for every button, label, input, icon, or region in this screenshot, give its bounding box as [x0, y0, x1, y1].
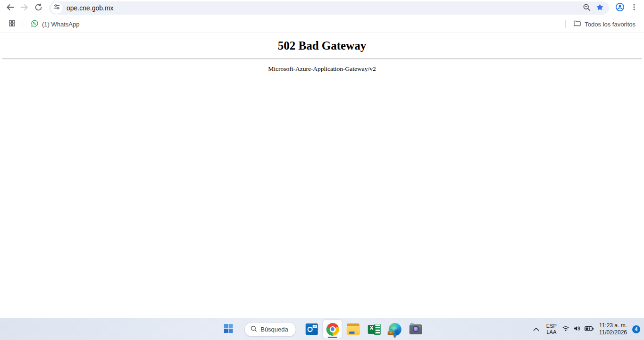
camera-icon — [409, 324, 422, 334]
chrome-active-indicator — [328, 337, 337, 338]
edge-running-indicator — [393, 336, 396, 338]
favorites-separator — [565, 20, 566, 28]
zoom-out-page-button[interactable] — [580, 1, 593, 15]
windows-logo-icon — [224, 324, 233, 335]
language-indicator[interactable]: ESP LAA — [546, 323, 557, 335]
outlook-icon — [306, 323, 318, 335]
bookmarks-separator — [23, 20, 23, 28]
profile-button[interactable] — [613, 1, 627, 15]
profile-avatar-icon — [615, 2, 625, 14]
folder-icon — [573, 19, 581, 29]
taskbar-camera[interactable] — [406, 320, 425, 339]
clock-date: 11/02/2026 — [599, 329, 627, 336]
error-heading: 502 Bad Gateway — [0, 39, 644, 52]
site-info-button[interactable] — [51, 2, 62, 14]
start-button[interactable] — [219, 320, 238, 339]
tray-overflow-button[interactable] — [531, 323, 541, 335]
clock[interactable]: 11:23 a. m. 11/02/2026 — [599, 322, 627, 336]
windows-taskbar: Búsqueda — [0, 318, 644, 340]
star-filled-icon — [596, 3, 604, 13]
taskbar-excel[interactable] — [365, 320, 384, 339]
browser-toolbar: ope.cne.gob.mx — [0, 0, 644, 16]
all-favorites-label: Todos los favoritos — [585, 21, 636, 28]
excel-icon — [368, 323, 380, 335]
error-divider — [2, 59, 642, 60]
url-text[interactable]: ope.cne.gob.mx — [67, 4, 580, 12]
bookmark-whatsapp-label: (1) WhatsApp — [42, 21, 79, 28]
taskbar-search-box[interactable]: Búsqueda — [244, 322, 296, 337]
all-favorites-button[interactable]: Todos los favoritos — [570, 17, 638, 31]
taskbar-edge[interactable] — [385, 320, 404, 339]
volume-icon — [573, 325, 581, 333]
chevron-up-icon — [533, 325, 539, 333]
taskbar-center-icons: Búsqueda — [219, 318, 425, 340]
forward-arrow-icon — [20, 3, 28, 13]
taskbar-outlook[interactable] — [302, 320, 321, 339]
language-line1: ESP — [546, 323, 557, 329]
server-signature: Microsoft-Azure-Application-Gateway/v2 — [0, 65, 644, 73]
tune-icon — [53, 3, 60, 12]
browser-menu-button[interactable] — [627, 1, 641, 15]
address-bar[interactable]: ope.cne.gob.mx — [49, 1, 609, 15]
back-arrow-icon — [6, 3, 14, 13]
bookmark-whatsapp[interactable]: (1) WhatsApp — [28, 17, 82, 31]
error-page: 502 Bad Gateway Microsoft-Azure-Applicat… — [0, 33, 644, 317]
edge-icon — [388, 323, 401, 336]
three-dots-icon — [630, 3, 638, 12]
notification-badge[interactable]: 4 — [632, 325, 640, 333]
clock-time: 11:23 a. m. — [599, 322, 627, 329]
forward-button[interactable] — [17, 1, 31, 15]
taskbar-system-tray: ESP LAA — [531, 318, 640, 340]
search-icon — [250, 325, 257, 333]
language-line2: LAA — [546, 329, 557, 335]
chrome-icon — [326, 323, 339, 336]
zoom-magnifier-icon — [583, 3, 591, 13]
reload-icon — [34, 3, 42, 13]
battery-icon — [585, 325, 594, 333]
apps-grid-button[interactable] — [6, 18, 18, 30]
bookmark-star-button[interactable] — [593, 1, 606, 15]
wifi-icon — [562, 325, 569, 333]
tray-status-icons[interactable] — [562, 325, 594, 333]
taskbar-file-explorer[interactable] — [344, 320, 363, 339]
back-button[interactable] — [3, 1, 17, 15]
taskbar-search-label: Búsqueda — [260, 326, 288, 333]
apps-grid-icon — [8, 20, 16, 28]
whatsapp-icon — [31, 19, 39, 29]
reload-button[interactable] — [31, 1, 45, 15]
taskbar-chrome[interactable] — [323, 320, 342, 339]
bookmarks-bar: (1) WhatsApp Todos los favoritos — [0, 16, 644, 33]
file-explorer-icon — [347, 323, 360, 335]
